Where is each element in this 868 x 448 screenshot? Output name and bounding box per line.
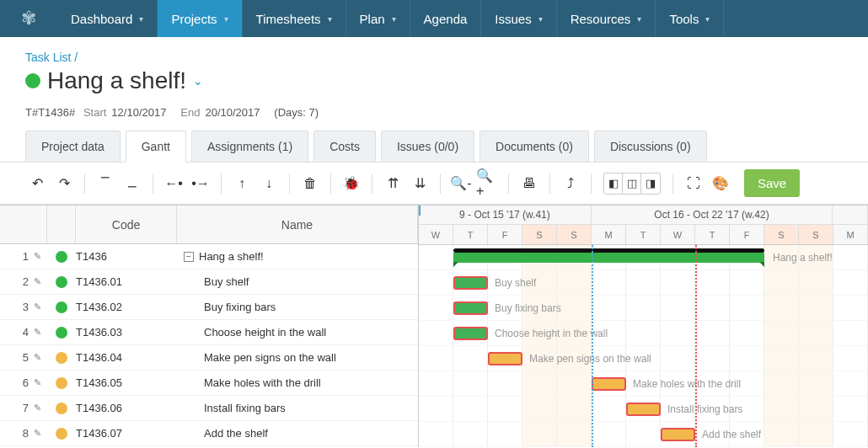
- nav-tools[interactable]: Tools▾: [656, 0, 724, 37]
- redo-button[interactable]: ↷: [52, 172, 76, 195]
- week-header: 9 - Oct 15 '17 (w.41): [419, 205, 592, 224]
- table-row[interactable]: 7 ✎ T1436.06 Install fixing bars: [0, 396, 418, 421]
- gantt-bar[interactable]: Make pen signs on the wall: [488, 352, 522, 365]
- gantt-bar-label: Buy shelf: [495, 277, 536, 289]
- row-index: 5: [0, 351, 34, 364]
- gantt-row: Choose height in the wall: [419, 321, 868, 346]
- zoom-in-button[interactable]: 🔍+: [476, 172, 500, 195]
- gantt-bar[interactable]: Install fixing bars: [626, 403, 661, 416]
- gantt-row: Buy fixing bars: [419, 296, 868, 321]
- insert-above-button[interactable]: ⎺: [94, 172, 117, 195]
- move-down-button[interactable]: ↓: [257, 172, 281, 195]
- gantt-bar[interactable]: Buy shelf: [453, 276, 488, 290]
- delete-button[interactable]: 🗑: [298, 172, 322, 195]
- gantt-timeline: ‹› 9 - Oct 15 '17 (w.41)Oct 16 - Oct 22 …: [419, 205, 868, 447]
- table-row[interactable]: 2 ✎ T1436.01 Buy shelf: [0, 269, 418, 295]
- nav-issues[interactable]: Issues▾: [481, 0, 556, 37]
- timeline-scroll-handle[interactable]: ‹›: [419, 205, 421, 216]
- edit-icon[interactable]: ✎: [34, 403, 47, 413]
- nav-plan[interactable]: Plan▾: [346, 0, 410, 37]
- layout-right-button[interactable]: ◨: [641, 173, 660, 194]
- table-row[interactable]: 4 ✎ T1436.03 Choose height in the wall: [0, 320, 418, 345]
- nav-timesheets[interactable]: Timesheets▾: [243, 0, 346, 37]
- table-row[interactable]: 3 ✎ T1436.02 Buy fixing bars: [0, 295, 418, 320]
- outdent-button[interactable]: ←•: [162, 172, 185, 195]
- gantt-row: Buy shelf: [419, 270, 868, 296]
- edit-icon[interactable]: ✎: [34, 352, 47, 363]
- gantt-bar[interactable]: Add the shelf: [661, 428, 695, 441]
- chevron-down-icon: ▾: [637, 14, 641, 24]
- table-row[interactable]: 6 ✎ T1436.05 Make holes with the drill: [0, 371, 418, 396]
- row-index: 3: [0, 301, 34, 313]
- tab-issues[interactable]: Issues (0/0): [381, 131, 474, 162]
- collapse-icon[interactable]: −: [184, 252, 194, 262]
- tab-project-data[interactable]: Project data: [25, 131, 121, 162]
- gantt-bar-summary[interactable]: Hang a shelf!: [453, 253, 764, 263]
- expand-all-button[interactable]: ⇈: [381, 172, 405, 195]
- col-code-header[interactable]: Code: [76, 205, 177, 243]
- task-code: T1436.01: [76, 275, 177, 288]
- day-header: S: [764, 225, 799, 244]
- nav-projects[interactable]: Projects▾: [158, 0, 242, 37]
- gantt-bar[interactable]: Buy fixing bars: [453, 301, 488, 315]
- gantt-bar[interactable]: Make holes with the drill: [592, 377, 626, 391]
- move-up-button[interactable]: ↑: [230, 172, 254, 195]
- nav-dashboard[interactable]: Dashboard▾: [57, 0, 158, 37]
- today-line: [695, 245, 697, 447]
- collapse-all-button[interactable]: ⇊: [408, 172, 431, 195]
- layout-split-button[interactable]: ◫: [623, 173, 641, 194]
- tab-gantt[interactable]: Gantt: [126, 131, 186, 162]
- gantt-bar-label: Buy fixing bars: [495, 302, 561, 314]
- tab-assignments[interactable]: Assignments (1): [191, 131, 308, 162]
- day-header: S: [799, 225, 833, 244]
- share-button[interactable]: ⤴: [559, 172, 582, 195]
- zoom-out-button[interactable]: 🔍-: [449, 172, 473, 195]
- table-row[interactable]: 8 ✎ T1436.07 Add the shelf: [0, 421, 418, 446]
- nav-agenda[interactable]: Agenda: [410, 0, 482, 37]
- edit-icon[interactable]: ✎: [34, 377, 47, 388]
- row-index: 8: [0, 427, 34, 440]
- edit-icon[interactable]: ✎: [34, 301, 47, 312]
- gantt-main: Code Name 1 ✎ T1436 − Hang a shelf! 2 ✎ …: [0, 205, 868, 447]
- day-header: M: [833, 225, 868, 244]
- table-row[interactable]: 1 ✎ T1436 − Hang a shelf!: [0, 244, 418, 269]
- edit-icon[interactable]: ✎: [34, 428, 47, 439]
- insert-below-button[interactable]: ⎽: [121, 172, 144, 195]
- col-name-header[interactable]: Name: [177, 205, 418, 243]
- edit-icon[interactable]: ✎: [34, 251, 47, 262]
- edit-icon[interactable]: ✎: [34, 327, 47, 338]
- status-dot: [56, 377, 67, 389]
- nav-resources[interactable]: Resources▾: [557, 0, 656, 37]
- day-header: W: [661, 225, 695, 244]
- gantt-row: Hang a shelf!: [419, 245, 868, 270]
- task-code: T1436.02: [76, 301, 177, 313]
- gantt-bar-label: Add the shelf: [702, 429, 761, 440]
- status-dot: [56, 301, 67, 313]
- app-logo[interactable]: ✾: [0, 0, 57, 37]
- chevron-down-icon: ▾: [705, 14, 710, 24]
- tab-documents[interactable]: Documents (0): [480, 131, 589, 162]
- undo-button[interactable]: ↶: [25, 172, 49, 195]
- gantt-row: Make holes with the drill: [419, 371, 868, 397]
- layout-left-button[interactable]: ◧: [604, 173, 623, 194]
- save-button[interactable]: Save: [744, 169, 800, 197]
- tab-discussions[interactable]: Discussions (0): [594, 131, 707, 162]
- title-chevron-icon[interactable]: ⌄: [193, 74, 203, 88]
- breadcrumb[interactable]: Task List /: [25, 51, 843, 64]
- day-header: F: [730, 225, 764, 244]
- indent-button[interactable]: •→: [189, 172, 212, 195]
- tab-costs[interactable]: Costs: [313, 131, 376, 162]
- duration-days: (Days: 7): [274, 106, 319, 119]
- task-name: Add the shelf: [177, 427, 418, 440]
- edit-icon[interactable]: ✎: [34, 276, 47, 287]
- project-tabs: Project data Gantt Assignments (1) Costs…: [0, 131, 868, 163]
- row-index: 6: [0, 376, 34, 389]
- fullscreen-button[interactable]: ⛶: [682, 172, 705, 195]
- table-row[interactable]: 5 ✎ T1436.04 Make pen signs on the wall: [0, 345, 418, 371]
- print-button[interactable]: 🖶: [517, 172, 541, 195]
- status-dot: [56, 352, 67, 364]
- page-header: Task List / Hang a shelf! ⌄: [0, 37, 868, 99]
- bug-icon[interactable]: 🐞: [340, 172, 363, 195]
- color-picker-button[interactable]: 🎨: [709, 172, 732, 195]
- gantt-bar[interactable]: Choose height in the wall: [453, 327, 488, 340]
